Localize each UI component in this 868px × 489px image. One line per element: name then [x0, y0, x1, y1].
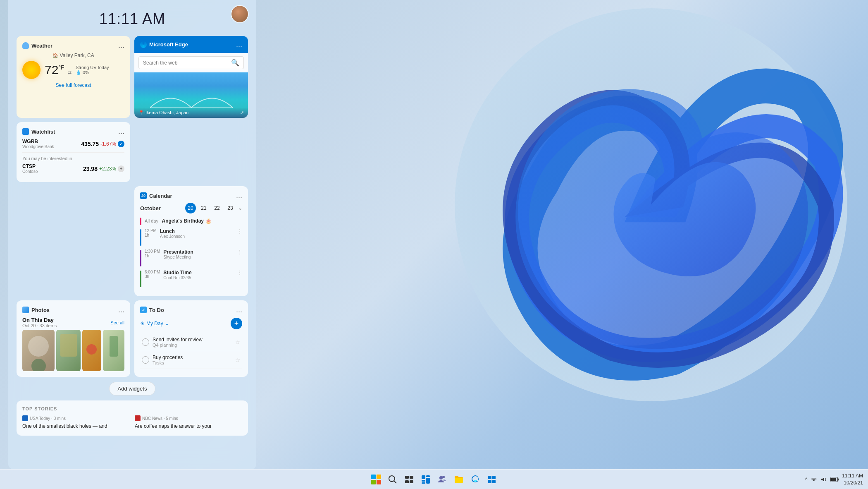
svg-point-2: [389, 476, 395, 482]
edge-widget-title: Microsoft Edge: [140, 41, 188, 48]
battery-icon[interactable]: [830, 477, 839, 482]
taskbar-date: 10/20/21: [842, 479, 863, 487]
photo-item-2[interactable]: [56, 330, 81, 371]
calendar-day-21[interactable]: 21: [198, 203, 209, 213]
event-lunch-details: Lunch Alex Johnson: [160, 228, 234, 239]
event-bar-birthday: [140, 218, 141, 225]
start-button[interactable]: [369, 472, 384, 487]
calendar-month-label: October: [140, 205, 161, 211]
add-widgets-button[interactable]: Add widgets: [109, 382, 156, 396]
stock-price-ctsp: 23.98 +2.23% +: [83, 165, 124, 172]
watchlist-menu-button[interactable]: ...: [118, 128, 124, 135]
taskbar: ^ 11:11 AM 10/20/21: [0, 469, 868, 489]
photo-item-1[interactable]: [22, 330, 55, 371]
top-stories-section: TOP STORIES USA Today · 3 mins One of th…: [17, 400, 248, 436]
svg-rect-17: [488, 480, 491, 483]
photos-menu-button[interactable]: ...: [118, 306, 124, 314]
edge-taskbar-icon: [470, 475, 480, 484]
todo-checkbox-groceries[interactable]: [142, 356, 149, 364]
weather-forecast-link[interactable]: See full forecast: [22, 82, 124, 88]
user-avatar[interactable]: [231, 5, 249, 23]
temp-value: 72: [45, 63, 58, 77]
watchlist-title: Watchlist: [22, 128, 55, 135]
watchlist-widget: Watchlist ... WGRB Woodgrove Bank 435.75…: [17, 122, 130, 182]
todo-star-review[interactable]: ☆: [235, 339, 241, 345]
edge-widget-header: Microsoft Edge ...: [134, 36, 248, 53]
edge-search-bar[interactable]: 🔍: [138, 56, 244, 69]
weather-location-text: Valley Park, CA: [60, 53, 94, 58]
todo-myday-row: ☀ My Day ⌄ +: [140, 318, 242, 329]
story-headline-1: One of the smallest black holes — and: [22, 423, 130, 430]
event-presentation-time: 1:30 PM 1h: [145, 249, 160, 258]
event-bar-studio: [140, 271, 141, 287]
calendar-event-allday: All day Angela's Birthday 🎂: [140, 217, 242, 225]
svg-rect-20: [838, 478, 839, 480]
todo-myday-selector[interactable]: ☀ My Day ⌄: [140, 321, 169, 326]
event-birthday-name: Angela's Birthday: [162, 218, 204, 224]
system-tray: ^ 11:11 AM 10/20/21: [805, 472, 863, 487]
teams-icon: [437, 475, 447, 484]
edge-expand-icon[interactable]: ⤢: [240, 110, 244, 115]
edge-search-input[interactable]: [143, 60, 231, 66]
event-bar-presentation: [140, 250, 141, 266]
stock-verified-icon: ✓: [118, 141, 124, 147]
story-source-dot-1: [22, 415, 28, 421]
event-time-lunch: [140, 228, 141, 246]
watchlist-header: Watchlist ...: [22, 128, 124, 135]
teams-button[interactable]: [435, 472, 450, 487]
calendar-menu-button[interactable]: ...: [236, 192, 242, 199]
system-tray-datetime[interactable]: 11:11 AM 10/20/21: [842, 472, 863, 487]
event-studio-details: Studio Time Conf Rm 32/35: [163, 270, 234, 280]
todo-star-groceries[interactable]: ☆: [235, 357, 241, 363]
stock-add-icon[interactable]: +: [118, 165, 124, 172]
edge-search-icon[interactable]: 🔍: [231, 59, 239, 67]
calendar-day-23[interactable]: 23: [225, 203, 236, 213]
photo-item-4[interactable]: [103, 330, 124, 371]
search-button[interactable]: [385, 472, 400, 487]
wifi-icon[interactable]: [811, 476, 817, 483]
edge-menu-button[interactable]: ...: [236, 40, 242, 49]
calendar-day-22[interactable]: 22: [212, 203, 222, 213]
event-studio-menu[interactable]: ⋮: [237, 270, 242, 276]
svg-rect-5: [410, 476, 413, 479]
event-presentation-details: Presentation Skype Meeting: [163, 249, 234, 259]
todo-menu-button[interactable]: ...: [236, 306, 242, 314]
todo-add-button[interactable]: +: [231, 318, 242, 329]
sound-icon[interactable]: [820, 476, 827, 483]
edge-location-label: 📍 Ikema Ohashi, Japan: [138, 110, 188, 115]
widgets-button[interactable]: [418, 472, 433, 487]
photos-see-all-link[interactable]: See all: [110, 320, 124, 325]
clock-time: 11:11 AM: [99, 10, 165, 27]
watchlist-title-label: Watchlist: [31, 129, 55, 135]
story-source-name-1: USA Today · 3 mins: [30, 416, 66, 421]
todo-widget: ✓ To Do ... ☀ My Day ⌄ + Send invites fo…: [134, 300, 248, 377]
store-button[interactable]: [484, 472, 499, 487]
story-item-1[interactable]: USA Today · 3 mins One of the smallest b…: [22, 415, 130, 430]
todo-checkbox-review[interactable]: [142, 338, 149, 346]
todo-title-label: To Do: [149, 307, 164, 313]
weather-menu-button[interactable]: ...: [118, 42, 124, 49]
svg-rect-6: [405, 480, 409, 483]
watchlist-icon: [22, 128, 29, 135]
weather-precipitation: 💧 0%: [76, 70, 109, 75]
photos-date: Oct 20 · 33 items: [22, 323, 57, 328]
event-presentation-menu[interactable]: ⋮: [237, 249, 242, 255]
widgets-icon: [421, 475, 430, 484]
edge-widget: Microsoft Edge ... 🔍 📍 Ikema Ohashi, Jap…: [134, 36, 248, 118]
edge-title-label: Microsoft Edge: [149, 41, 188, 48]
calendar-day-20[interactable]: 20: [185, 203, 196, 213]
file-explorer-button[interactable]: [451, 472, 466, 487]
weather-details: Strong UV today 💧 0%: [76, 65, 109, 75]
calendar-chevron-down-icon[interactable]: ⌄: [238, 205, 242, 211]
story-item-2[interactable]: NBC News · 5 mins Are coffee naps the an…: [135, 415, 242, 430]
svg-rect-8: [422, 475, 425, 479]
event-lunch-menu[interactable]: ⋮: [237, 228, 242, 234]
photos-grid: [22, 330, 124, 371]
edge-browser-button[interactable]: [468, 472, 483, 487]
stock-row-ctsp: CTSP Contoso 23.98 +2.23% +: [22, 163, 124, 174]
task-view-button[interactable]: [402, 472, 417, 487]
todo-task-sub-review: Q4 planning: [153, 343, 232, 348]
photo-item-3[interactable]: [82, 330, 101, 371]
weather-cloud-icon: [22, 42, 29, 49]
system-tray-chevron[interactable]: ^: [805, 477, 808, 482]
